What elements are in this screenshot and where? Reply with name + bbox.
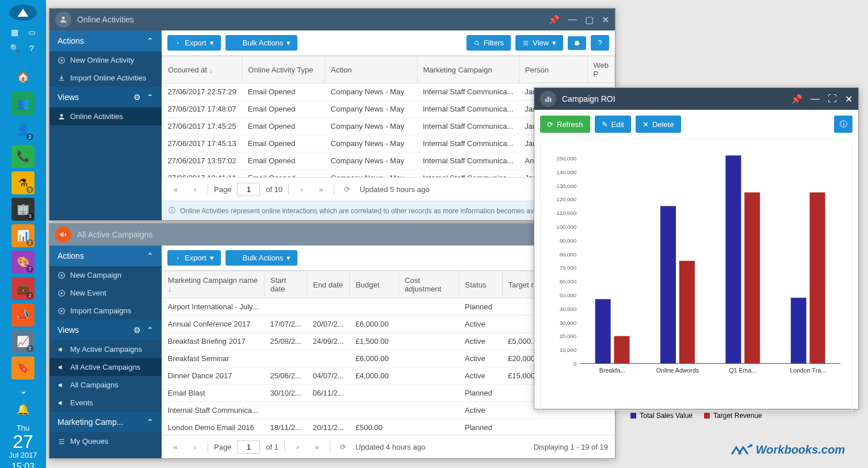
column-header[interactable]: Status [459,271,502,298]
pin-icon[interactable]: 📌 [791,94,802,105]
maximize-icon[interactable]: ▢ [585,14,594,25]
chart-bar [679,261,695,363]
dock-palette-button[interactable]: 🎨7 [12,251,35,274]
dock-bookmark-button[interactable]: 🔖 [12,356,35,379]
panel-item[interactable]: All Active Campaigns [49,358,162,376]
column-header[interactable]: Cost adjustment [399,271,459,298]
bulk-actions-button[interactable]: Bulk Actions▾ [225,35,298,51]
close-icon[interactable]: ✕ [602,14,609,25]
panel-item[interactable]: Import Campaigns [49,302,162,320]
last-page-button[interactable]: » [314,182,328,196]
legend-item: Target Revenue [704,412,762,420]
dock-bar-chart-button[interactable]: 📊2 [12,224,35,247]
svg-text:80,000: 80,000 [560,251,576,258]
pin-icon[interactable]: 📌 [548,14,560,25]
next-page-button[interactable]: › [295,182,308,196]
panel-item[interactable]: My Queues [49,432,162,450]
dock-contacts-button[interactable]: 👥 [12,92,35,115]
refresh-icon[interactable]: ⟳ [340,182,354,196]
dock-buildings-button[interactable]: 🏢3 [12,198,35,221]
dock-notifications-icon[interactable]: 🔔 [17,403,29,416]
print-button[interactable] [568,36,586,50]
actions-header[interactable]: Actions⌃ [49,245,162,266]
table-row[interactable]: London Demo Email 201618/11/2...20/11/2.… [162,419,615,435]
view-button[interactable]: View▾ [515,35,563,51]
panel-item[interactable]: Events [49,394,162,412]
maximize-icon[interactable]: ⛶ [828,94,837,105]
svg-text:100,000: 100,000 [556,224,576,230]
next-page-button[interactable]: › [290,440,304,454]
close-icon[interactable]: ✕ [845,94,852,105]
refresh-button[interactable]: ⟳ Refresh [540,116,590,133]
svg-rect-11 [545,99,547,102]
column-header[interactable]: Online Activity Type [242,56,325,83]
page-input[interactable] [237,440,260,454]
svg-rect-6 [576,44,579,45]
actions-header[interactable]: Actions⌃ [49,30,162,51]
export-button[interactable]: Export▾ [167,250,221,266]
prev-page-button[interactable]: ‹ [188,440,202,454]
panel-item[interactable]: My Active Campaigns [49,340,162,358]
panel-item[interactable]: Import Online Activities [49,69,162,87]
filters-button[interactable]: Filters [466,35,511,51]
edit-button[interactable]: ✎ Edit [595,116,631,133]
first-page-button[interactable]: « [169,182,182,196]
dock-grid-icon[interactable]: ▦ [9,26,20,38]
dock-search-icon[interactable]: 🔍 [9,43,20,54]
column-header[interactable]: Action [325,56,417,83]
dock-funnel-button[interactable]: ⚗5 [12,171,35,194]
column-header[interactable]: End date [307,271,350,298]
dock-help-icon[interactable]: ? [26,43,37,54]
dock-expand-chevron[interactable]: ⌄ [20,385,27,396]
column-header[interactable]: Marketing Campaign name ↓ [162,271,265,298]
dock-phone-button[interactable]: 📞 [12,145,35,168]
svg-point-3 [475,41,478,44]
help-button[interactable]: ? [591,35,609,51]
gear-icon[interactable]: ⚙ [133,325,141,335]
window-titlebar[interactable]: Campaign ROI 📌 — ⛶ ✕ [534,88,858,110]
app-logo[interactable] [9,5,37,21]
column-header[interactable]: Occurred at ↓ [162,56,242,83]
marketing-header[interactable]: Marketing Camp...⌃ [49,412,162,432]
prev-page-button[interactable]: ‹ [188,182,202,196]
column-header[interactable]: Web P [587,56,615,83]
dock-briefcase-button[interactable]: 💼2 [12,277,35,300]
dock-people-button[interactable]: 👤2 [12,118,35,141]
page-input[interactable] [237,183,260,196]
window-title: Online Activities [77,15,548,24]
column-header[interactable]: Person [519,56,587,83]
minimize-icon[interactable]: — [568,14,577,25]
views-header[interactable]: Views ⚙⌃ [49,87,162,108]
info-icon: ⓘ [169,206,175,216]
column-header[interactable]: Marketing Campaign [417,56,519,83]
svg-text:10,000: 10,000 [560,347,576,353]
dock-report-chart-button[interactable]: 📈2 [12,330,35,353]
export-button[interactable]: Export▾ [167,35,221,51]
legend-item: Total Sales Value [630,412,693,420]
dock-megaphone-button[interactable]: 📣 [12,304,35,327]
views-header[interactable]: Views ⚙⌃ [49,320,162,340]
dock-window-icon[interactable]: ▭ [26,26,37,38]
chart-bar [725,155,741,363]
window-titlebar[interactable]: All Active Campaigns [49,224,615,245]
chart-bar [614,336,629,364]
refresh-icon[interactable]: ⟳ [336,440,350,454]
panel-item[interactable]: All Campaigns [49,376,162,394]
column-header[interactable]: Budget [350,271,399,298]
minimize-icon[interactable]: — [810,94,820,105]
svg-text:150,000: 150,000 [556,155,576,162]
delete-button[interactable]: ✕ Delete [636,116,681,133]
first-page-button[interactable]: « [169,440,182,454]
panel-item[interactable]: Online Activities [49,108,162,125]
panel-item[interactable]: New Online Activity [49,51,162,69]
info-button[interactable]: ⓘ [834,116,852,133]
gear-icon[interactable]: ⚙ [133,93,141,102]
column-header[interactable]: Start date [265,271,307,298]
last-page-button[interactable]: » [310,440,324,454]
bulk-actions-button[interactable]: Bulk Actions▾ [225,250,298,266]
panel-item[interactable]: New Event [49,284,162,302]
dock-home-button[interactable]: 🏠 [12,66,35,89]
panel-item[interactable]: New Campaign [49,266,162,284]
svg-rect-12 [548,97,549,102]
window-titlebar[interactable]: Online Activities 📌 — ▢ ✕ [49,9,615,30]
